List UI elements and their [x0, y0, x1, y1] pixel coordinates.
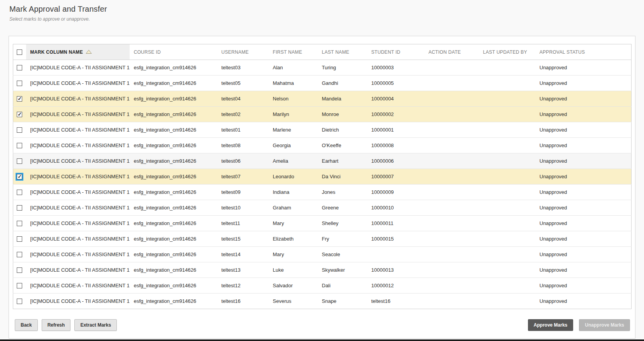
- row-checkbox[interactable]: [17, 96, 22, 102]
- page-header: Mark Approval and Transfer Select marks …: [0, 0, 644, 22]
- cell-first-name: Luke: [269, 262, 318, 278]
- cell-last-updated-by: [479, 216, 535, 231]
- cell-username: teltest02: [217, 107, 269, 122]
- cell-last-updated-by: [479, 185, 535, 200]
- cell-approval-status: Unapproved: [535, 76, 632, 91]
- header-cell-last-updated-by[interactable]: LAST UPDATED BY: [479, 44, 535, 60]
- cell-username: teltest06: [217, 153, 269, 169]
- cell-last-updated-by: [479, 200, 535, 216]
- header-cell-student-id[interactable]: STUDENT ID: [367, 44, 424, 60]
- header-cell-username[interactable]: USERNAME: [217, 44, 269, 60]
- cell-student-id: 10000002: [367, 107, 424, 122]
- extract-marks-button[interactable]: Extract Marks: [74, 319, 117, 331]
- cell-student-id: 10000012: [367, 278, 424, 294]
- cell-username: teltest12: [217, 278, 269, 294]
- header-label-mark-column: MARK COLUMN NAME: [30, 49, 83, 55]
- cell-last-name: Mandela: [318, 91, 367, 107]
- cell-course-id: esfg_integration_cm914626: [130, 262, 217, 278]
- cell-action-date: [424, 294, 479, 309]
- select-all-checkbox[interactable]: [17, 49, 22, 55]
- cell-action-date: [424, 231, 479, 247]
- cell-username: teltest13: [217, 262, 269, 278]
- cell-approval-status: Unapproved: [535, 169, 632, 185]
- cell-action-date: [424, 185, 479, 200]
- table-row: [IC]MODULE CODE-A - TII ASSIGNMENT 1 esf…: [13, 107, 632, 122]
- cell-action-date: [424, 216, 479, 231]
- unapprove-marks-button[interactable]: Unapprove Marks: [579, 319, 630, 331]
- cell-student-id: 10000004: [367, 91, 424, 107]
- cell-username: teltest14: [217, 247, 269, 262]
- cell-first-name: Mahatma: [269, 76, 318, 91]
- row-checkbox-cell: [13, 138, 26, 153]
- row-checkbox[interactable]: [17, 81, 22, 86]
- cell-last-name: Snape: [318, 294, 367, 309]
- table-row: [IC]MODULE CODE-A - TII ASSIGNMENT 1 esf…: [13, 247, 632, 262]
- header-cell-action-date[interactable]: ACTION DATE: [424, 44, 479, 60]
- cell-course-id: esfg_integration_cm914626: [130, 76, 217, 91]
- header-cell-first-name[interactable]: FIRST NAME: [269, 44, 318, 60]
- cell-last-name: Greene: [318, 200, 367, 216]
- cell-approval-status: Unapproved: [535, 262, 632, 278]
- cell-first-name: Amelia: [269, 153, 318, 169]
- row-checkbox[interactable]: [17, 221, 22, 226]
- page-title: Mark Approval and Transfer: [9, 5, 644, 14]
- cell-approval-status: Unapproved: [535, 138, 632, 153]
- cell-last-name: O'Keeffe: [318, 138, 367, 153]
- table-row: [IC]MODULE CODE-A - TII ASSIGNMENT 1 esf…: [13, 216, 632, 231]
- cell-approval-status: Unapproved: [535, 60, 632, 76]
- row-checkbox[interactable]: [17, 252, 22, 257]
- row-checkbox-cell: [13, 200, 26, 216]
- row-checkbox[interactable]: [17, 299, 22, 304]
- cell-student-id: 10000010: [367, 200, 424, 216]
- cell-last-name: Seacole: [318, 247, 367, 262]
- row-checkbox[interactable]: [17, 143, 22, 148]
- row-checkbox-cell: [13, 122, 26, 138]
- cell-action-date: [424, 138, 479, 153]
- window-bottom-edge: [0, 339, 644, 341]
- row-checkbox[interactable]: [17, 174, 22, 179]
- cell-last-name: Shelley: [318, 216, 367, 231]
- cell-approval-status: Unapproved: [535, 216, 632, 231]
- cell-last-updated-by: [479, 153, 535, 169]
- cell-student-id: 10000006: [367, 153, 424, 169]
- row-checkbox[interactable]: [17, 158, 22, 164]
- cell-course-id: esfg_integration_cm914626: [130, 200, 217, 216]
- row-checkbox[interactable]: [17, 190, 22, 195]
- cell-first-name: Marilyn: [269, 107, 318, 122]
- row-checkbox-cell: [13, 278, 26, 294]
- row-checkbox[interactable]: [17, 112, 22, 117]
- cell-last-updated-by: [479, 231, 535, 247]
- cell-action-date: [424, 200, 479, 216]
- cell-mark-column: [IC]MODULE CODE-A - TII ASSIGNMENT 1: [26, 91, 130, 107]
- cell-course-id: esfg_integration_cm914626: [130, 185, 217, 200]
- header-cell-approval-status[interactable]: APPROVAL STATUS: [535, 44, 632, 60]
- table-row: [IC]MODULE CODE-A - TII ASSIGNMENT 1 esf…: [13, 138, 632, 153]
- cell-approval-status: Unapproved: [535, 294, 632, 309]
- cell-last-updated-by: [479, 107, 535, 122]
- cell-last-name: Fry: [318, 231, 367, 247]
- row-checkbox[interactable]: [17, 205, 22, 211]
- cell-last-updated-by: [479, 247, 535, 262]
- header-cell-mark-column[interactable]: MARK COLUMN NAME: [26, 44, 130, 60]
- cell-approval-status: Unapproved: [535, 247, 632, 262]
- row-checkbox[interactable]: [17, 65, 22, 70]
- row-checkbox[interactable]: [17, 283, 22, 288]
- cell-last-updated-by: [479, 294, 535, 309]
- table-row: [IC]MODULE CODE-A - TII ASSIGNMENT 1 esf…: [13, 262, 632, 278]
- cell-mark-column: [IC]MODULE CODE-A - TII ASSIGNMENT 1: [26, 107, 130, 122]
- header-cell-last-name[interactable]: LAST NAME: [318, 44, 367, 60]
- cell-course-id: esfg_integration_cm914626: [130, 247, 217, 262]
- refresh-button[interactable]: Refresh: [42, 319, 71, 331]
- back-button[interactable]: Back: [15, 319, 38, 331]
- row-checkbox-cell: [13, 185, 26, 200]
- cell-last-name: Jones: [318, 185, 367, 200]
- cell-approval-status: Unapproved: [535, 153, 632, 169]
- approve-marks-button[interactable]: Approve Marks: [528, 319, 574, 331]
- cell-course-id: esfg_integration_cm914626: [130, 122, 217, 138]
- cell-student-id: 10000013: [367, 262, 424, 278]
- row-checkbox-cell: [13, 294, 26, 309]
- row-checkbox[interactable]: [17, 267, 22, 273]
- row-checkbox[interactable]: [17, 236, 22, 242]
- header-cell-course-id[interactable]: COURSE ID: [130, 44, 217, 60]
- row-checkbox[interactable]: [17, 127, 22, 133]
